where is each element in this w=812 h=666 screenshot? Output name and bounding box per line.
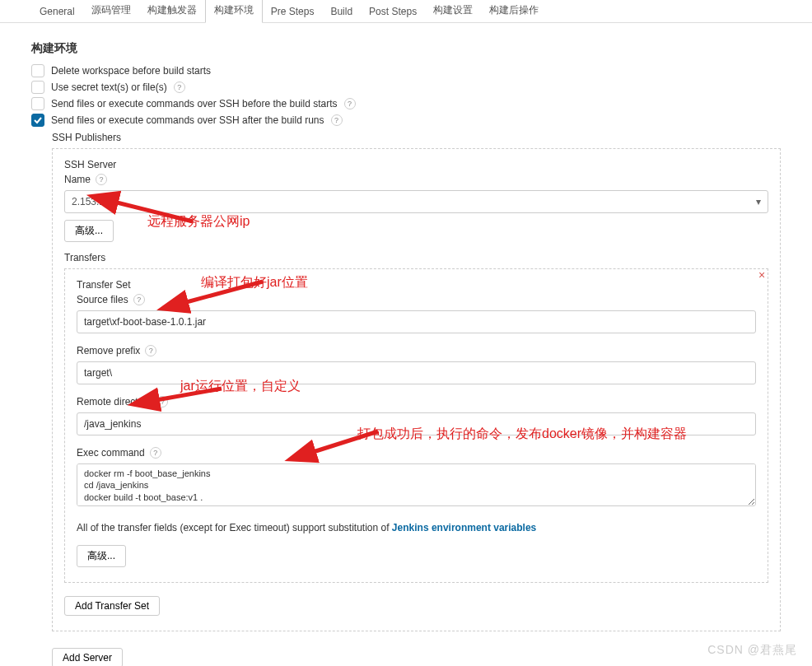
transfers-label: Transfers: [64, 252, 768, 263]
tab-pre-steps[interactable]: Pre Steps: [263, 1, 323, 22]
check-secret[interactable]: [31, 81, 44, 94]
add-transfer-set-button[interactable]: Add Transfer Set: [64, 596, 160, 616]
help-icon[interactable]: ?: [145, 345, 156, 356]
source-files-input[interactable]: [77, 310, 756, 333]
tab-build-env[interactable]: 构建环境: [205, 0, 263, 23]
exec-command-label: Exec command: [77, 447, 145, 459]
transfer-set-label: Transfer Set: [77, 279, 756, 291]
check-label: Send files or execute commands over SSH …: [51, 98, 338, 109]
check-secret-row: Use secret text(s) or file(s) ?: [31, 81, 781, 94]
tab-scm[interactable]: 源码管理: [83, 0, 139, 22]
ssh-publishers-label: SSH Publishers: [52, 132, 781, 143]
check-ssh-before-row: Send files or execute commands over SSH …: [31, 97, 781, 110]
env-vars-link[interactable]: Jenkins environment variables: [392, 522, 536, 533]
help-icon[interactable]: ?: [174, 82, 185, 93]
source-files-label: Source files: [77, 294, 128, 305]
check-label: Send files or execute commands over SSH …: [51, 114, 324, 126]
help-icon[interactable]: ?: [156, 396, 168, 408]
transfer-set-box: × Transfer Set Source files ? 编译打包好jar位置…: [64, 268, 768, 583]
help-icon[interactable]: ?: [150, 447, 161, 459]
section-title: 构建环境: [31, 41, 781, 56]
check-ssh-before[interactable]: [31, 97, 44, 110]
check-label: Delete workspace before build starts: [51, 65, 211, 77]
tab-triggers[interactable]: 构建触发器: [139, 0, 205, 22]
help-icon[interactable]: ?: [344, 98, 356, 109]
server-value: 2.153.128: [72, 196, 115, 207]
tab-build-settings[interactable]: 构建设置: [425, 0, 481, 22]
close-icon[interactable]: ×: [754, 268, 769, 282]
advanced-button-2[interactable]: 高级...: [77, 545, 126, 567]
ssh-publisher-box: SSH Server Name ? 2.153.128 远程服务器公网ip 高级…: [52, 148, 781, 631]
remote-dir-input[interactable]: [77, 412, 756, 435]
transfer-note: All of the transfer fields (except for E…: [77, 522, 756, 533]
help-icon[interactable]: ?: [133, 294, 145, 305]
remote-dir-label: Remote directory: [77, 396, 152, 408]
remove-prefix-input[interactable]: [77, 361, 756, 384]
server-select[interactable]: 2.153.128: [64, 190, 768, 213]
tab-general[interactable]: General: [31, 1, 83, 22]
help-icon[interactable]: ?: [331, 114, 343, 126]
exec-command-textarea[interactable]: [77, 463, 756, 506]
name-label: Name: [64, 174, 91, 185]
add-server-button[interactable]: Add Server: [52, 648, 123, 666]
check-delete-workspace-row: Delete workspace before build starts: [31, 64, 781, 77]
tab-post-build[interactable]: 构建后操作: [481, 0, 547, 22]
help-icon[interactable]: ?: [96, 174, 107, 185]
tab-post-steps[interactable]: Post Steps: [361, 1, 425, 22]
check-label: Use secret text(s) or file(s): [51, 82, 167, 93]
ssh-server-label: SSH Server: [64, 159, 768, 170]
advanced-button[interactable]: 高级...: [64, 220, 114, 242]
tab-build[interactable]: Build: [322, 1, 361, 22]
remove-prefix-label: Remove prefix: [77, 345, 140, 356]
annotation-server-ip: 远程服务器公网ip: [147, 213, 250, 231]
check-ssh-after[interactable]: [31, 114, 44, 127]
check-ssh-after-row: Send files or execute commands over SSH …: [31, 114, 781, 127]
check-delete-workspace[interactable]: [31, 64, 44, 77]
watermark: CSDN @君燕尾: [707, 643, 797, 658]
tabs-bar: General 源码管理 构建触发器 构建环境 Pre Steps Build …: [0, 0, 812, 23]
